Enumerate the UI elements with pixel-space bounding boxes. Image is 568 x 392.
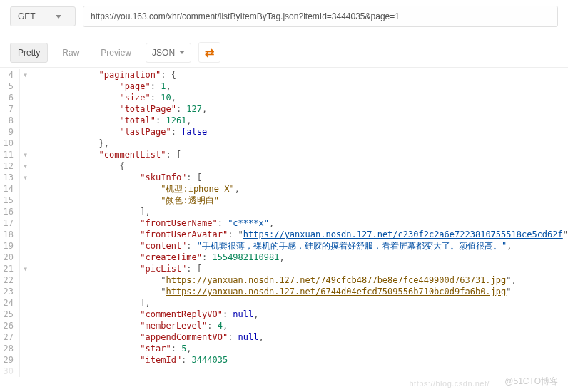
code-line[interactable]: "picList": [ [37, 263, 568, 274]
code-line[interactable]: "frontUserAvatar": "https://yanxuan.nosd… [37, 229, 568, 240]
url-input[interactable] [83, 6, 558, 27]
code-line[interactable]: "https://yanxuan.nosdn.127.net/6744d04ef… [37, 286, 568, 297]
code-line[interactable]: "page": 1, [37, 81, 568, 92]
code-line[interactable]: "content": "手机套很薄，裸机的手感，硅胶的摸着好舒服，看着屏幕都变大… [37, 240, 568, 252]
code-line[interactable]: ], [37, 206, 568, 217]
code-line[interactable]: "itemId": 3444035 [37, 354, 568, 366]
method-label: GET [18, 11, 36, 21]
code-line[interactable]: "createTime": 1554982110981, [37, 252, 568, 263]
code-line[interactable]: "star": 5, [37, 343, 568, 354]
code-line[interactable]: "颜色:透明白" [37, 195, 568, 206]
request-bar: GET [0, 0, 568, 33]
code-line[interactable]: "appendCommentVO": null, [37, 331, 568, 343]
code-line[interactable]: "https://yanxuan.nosdn.127.net/749cfcb48… [37, 274, 568, 286]
code-line[interactable]: "skuInfo": [ [37, 172, 568, 183]
line-gutter: 4567891011121314151617181920212223242526… [0, 69, 20, 377]
code-line[interactable]: ], [37, 297, 568, 309]
code-line[interactable]: "memberLevel": 4, [37, 320, 568, 331]
code-line[interactable]: { [37, 160, 568, 172]
code-line[interactable]: "commentList": [ [37, 149, 568, 160]
watermark-text: @51CTO博客 [504, 376, 558, 388]
watermark-url: https://blog.csdn.net/ [409, 379, 490, 388]
code-line[interactable]: "commentReplyVO": null, [37, 309, 568, 320]
tab-raw[interactable]: Raw [55, 43, 86, 62]
code-line[interactable]: "机型:iphone X", [37, 183, 568, 195]
code-line[interactable]: }, [37, 138, 568, 149]
code-line[interactable]: "totalPage": 127, [37, 103, 568, 115]
format-label: JSON [152, 48, 175, 58]
code-line[interactable]: "total": 1261, [37, 115, 568, 126]
tab-preview[interactable]: Preview [93, 43, 138, 62]
code-line[interactable]: "lastPage": false [37, 126, 568, 138]
method-select[interactable]: GET [10, 6, 76, 26]
fold-column[interactable]: ▾▾▾▾▾ [20, 69, 34, 377]
format-select[interactable]: JSON [146, 43, 191, 63]
code-line[interactable]: "size": 10, [37, 92, 568, 103]
code-line[interactable]: "frontUserName": "c****x", [37, 217, 568, 229]
chevron-down-icon [179, 51, 185, 54]
wrap-lines-icon[interactable]: ⇄ [198, 42, 220, 63]
tab-pretty[interactable]: Pretty [10, 43, 48, 63]
code-line[interactable]: "pagination": { [37, 69, 568, 81]
chevron-down-icon [56, 15, 61, 19]
response-toolbar: Pretty Raw Preview JSON ⇄ [0, 33, 568, 68]
code-area: 4567891011121314151617181920212223242526… [0, 69, 568, 377]
code-body[interactable]: "pagination": { "page": 1, "size": 10, "… [34, 69, 568, 377]
